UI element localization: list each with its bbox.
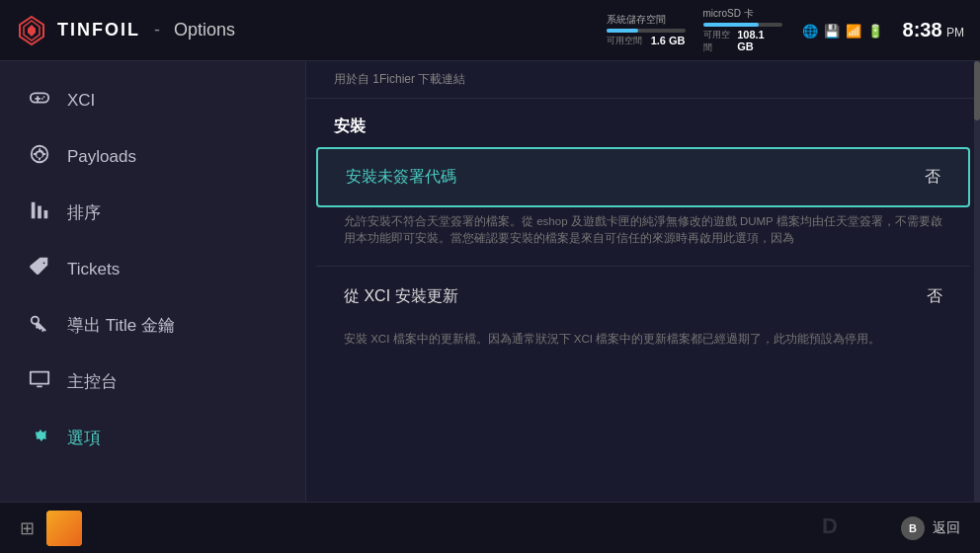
content-area: 用於自 1Fichier 下載連結 安裝 安裝未簽署代碼 否 允許安裝不符合天堂… (306, 61, 980, 502)
scroll-track[interactable] (974, 61, 980, 502)
system-storage-item: 系統儲存空間 可用空間 1.6 GB (607, 13, 686, 47)
back-button[interactable]: B 返回 (901, 516, 960, 540)
sidebar-item-options[interactable]: 選項 (0, 411, 305, 465)
time-display: 8:38 PM (903, 20, 964, 40)
bar-chart-icon (28, 199, 51, 226)
storage-section: 系統儲存空間 可用空間 1.6 GB microSD 卡 可用空間 108.1 … (607, 7, 782, 54)
microsd-storage-item: microSD 卡 可用空間 108.1 GB (703, 7, 782, 54)
status-icons: 🌐 💾 📶 🔋 (802, 24, 883, 39)
system-storage-label: 系統儲存空間 (607, 13, 666, 27)
gamepad-icon (28, 87, 51, 114)
monitor-icon (28, 368, 51, 395)
key-icon (28, 312, 51, 339)
grid-icon: ⊞ (20, 517, 35, 539)
system-storage-value-row: 可用空間 1.6 GB (607, 35, 686, 47)
system-storage-bar-fill (607, 29, 638, 33)
sidebar-item-sort-label: 排序 (67, 201, 101, 224)
sidebar-item-console-label: 主控台 (67, 370, 118, 393)
game-thumb-inner (46, 511, 82, 546)
app-logo-area: TINFOIL - Options (16, 15, 235, 46)
xci-update-value: 否 (927, 286, 942, 307)
globe-icon: 🌐 (802, 24, 818, 39)
status-area: 系統儲存空間 可用空間 1.6 GB microSD 卡 可用空間 108.1 … (607, 7, 964, 54)
xci-update-desc-text: 安裝 XCI 檔案中的更新檔。因為通常狀況下 XCI 檔案中的更新檔案都已經過期… (344, 333, 880, 345)
tinfoil-logo-icon (16, 15, 47, 46)
microsd-storage-value-row: 可用空間 108.1 GB (703, 29, 782, 54)
sidebar-item-console[interactable]: 主控台 (0, 355, 305, 409)
sidebar-item-xci[interactable]: XCI (0, 73, 305, 127)
back-label: 返回 (933, 519, 960, 537)
bottom-right: B 返回 (901, 516, 960, 540)
top-bar: TINFOIL - Options 系統儲存空間 可用空間 1.6 GB mic… (0, 0, 980, 61)
gear-circle-icon (28, 143, 51, 170)
microsd-storage-label: microSD 卡 (703, 7, 754, 21)
xci-update-description: 安裝 XCI 檔案中的更新檔。因為通常狀況下 XCI 檔案中的更新檔案都已經過期… (316, 325, 970, 363)
sidebar-item-payloads[interactable]: Payloads (0, 129, 305, 184)
xci-update-label: 從 XCI 安裝更新 (344, 286, 458, 307)
bottom-bar: ⊞ D B 返回 (0, 502, 980, 553)
settings-icon (28, 425, 51, 451)
sidebar: XCI Payloads 排序 Tickets (0, 61, 306, 502)
microsd-storage-value: 108.1 GB (737, 29, 781, 54)
bottom-left: ⊞ (20, 511, 82, 546)
sidebar-item-export-title-label: 導出 Title 金鑰 (67, 314, 175, 337)
microsd-storage-bar (703, 23, 782, 27)
time-value: 8:38 (903, 19, 942, 40)
watermark-icon: D (822, 512, 871, 541)
time-section: 8:38 PM (903, 20, 964, 40)
battery-icon: 🔋 (867, 24, 883, 39)
xci-update-row[interactable]: 從 XCI 安裝更新 否 (316, 269, 970, 325)
header-separator: - (154, 20, 160, 40)
section-divider (316, 266, 970, 267)
tag-icon (28, 256, 51, 282)
svg-marker-2 (28, 25, 36, 37)
system-storage-available-label: 可用空間 (607, 35, 642, 47)
download-link-bar: 用於自 1Fichier 下載連結 (306, 61, 980, 99)
unsigned-code-label: 安裝未簽署代碼 (346, 167, 456, 188)
app-name: TINFOIL (57, 20, 140, 40)
sidebar-item-options-label: 選項 (67, 427, 101, 449)
system-storage-value: 1.6 GB (651, 35, 686, 47)
sidebar-item-tickets[interactable]: Tickets (0, 242, 305, 296)
page-label: Options (174, 20, 235, 40)
sidebar-item-export-title[interactable]: 導出 Title 金鑰 (0, 298, 305, 353)
unsigned-code-value: 否 (925, 167, 940, 188)
sd-card-icon: 💾 (824, 24, 840, 39)
unsigned-code-row[interactable]: 安裝未簽署代碼 否 (316, 147, 970, 207)
microsd-storage-available-label: 可用空間 (703, 29, 738, 54)
unsigned-code-description: 允許安裝不符合天堂簽署的檔案。從 eshop 及遊戲卡匣的純淨無修改的遊戲 DU… (316, 207, 970, 264)
sidebar-item-payloads-label: Payloads (67, 147, 136, 167)
wifi-icon: 📶 (846, 24, 861, 39)
game-thumbnail (46, 511, 82, 546)
sidebar-item-xci-label: XCI (67, 91, 95, 111)
sidebar-item-sort[interactable]: 排序 (0, 186, 305, 240)
time-ampm: PM (946, 26, 964, 40)
sidebar-item-tickets-label: Tickets (67, 260, 120, 279)
main-layout: XCI Payloads 排序 Tickets (0, 61, 980, 502)
svg-text:D: D (822, 514, 838, 538)
watermark: D (822, 512, 871, 545)
scroll-thumb[interactable] (974, 61, 980, 120)
b-label: B (909, 522, 917, 534)
unsigned-code-desc-text: 允許安裝不符合天堂簽署的檔案。從 eshop 及遊戲卡匣的純淨無修改的遊戲 DU… (344, 215, 942, 244)
install-section-title: 安裝 (306, 99, 980, 147)
system-storage-bar (607, 29, 686, 33)
b-icon: B (901, 516, 925, 540)
microsd-storage-bar-fill (703, 23, 759, 27)
download-link-label: 用於自 1Fichier 下載連結 (334, 72, 465, 86)
